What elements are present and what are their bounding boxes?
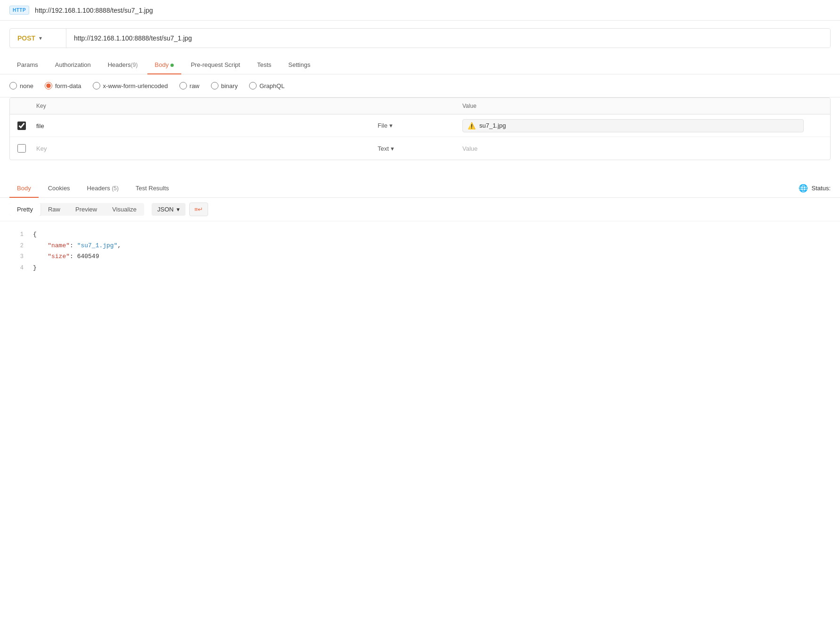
key-cell-2[interactable]	[36, 145, 378, 152]
key-input-2[interactable]	[36, 145, 378, 152]
response-tab-test-results[interactable]: Test Results	[128, 179, 177, 197]
body-active-dot	[170, 64, 174, 67]
code-content-3: "size": 640549	[33, 251, 831, 262]
key-header: Key	[36, 103, 378, 109]
tab-params[interactable]: Params	[9, 56, 46, 74]
table-header: Key Value	[10, 98, 830, 114]
key-input[interactable]	[36, 122, 378, 130]
format-tab-visualize[interactable]: Visualize	[105, 203, 144, 216]
type-select-2[interactable]: Text ▾	[378, 145, 462, 152]
response-toolbar: Pretty Raw Preview Visualize JSON ▾ ≡↵	[0, 198, 840, 221]
radio-graphql[interactable]: GraphQL	[249, 82, 284, 89]
chevron-down-icon: ▾	[39, 35, 42, 41]
request-tabs: Params Authorization Headers(9) Body Pre…	[0, 56, 840, 74]
request-bar: POST ▾	[9, 28, 831, 48]
form-table: Key Value File ▾ ⚠️ su7_1.jpg	[9, 97, 831, 160]
code-content-1: {	[33, 229, 831, 240]
file-name: su7_1.jpg	[479, 122, 506, 129]
method-select[interactable]: POST ▾	[10, 29, 66, 48]
status-label: Status:	[812, 185, 831, 192]
http-badge: HTTP	[9, 6, 29, 15]
response-tab-body[interactable]: Body	[9, 179, 39, 197]
type-label-2: Text	[378, 145, 389, 152]
key-cell[interactable]	[36, 122, 378, 130]
body-options: none form-data x-www-form-urlencoded raw…	[0, 74, 840, 97]
tab-authorization[interactable]: Authorization	[48, 56, 98, 74]
tab-pre-request[interactable]: Pre-request Script	[183, 56, 248, 74]
tab-body[interactable]: Body	[147, 56, 182, 74]
value-cell-2[interactable]	[462, 145, 804, 152]
value-header: Value	[462, 103, 804, 109]
value-input-2[interactable]	[462, 145, 804, 152]
table-row: File ▾ ⚠️ su7_1.jpg	[10, 114, 830, 137]
code-line-1: 1 {	[9, 229, 831, 240]
radio-binary[interactable]: binary	[211, 82, 238, 89]
spacer	[0, 160, 840, 179]
tab-settings[interactable]: Settings	[281, 56, 318, 74]
tab-headers[interactable]: Headers(9)	[100, 56, 145, 74]
code-line-2: 2 "name": "su7_1.jpg",	[9, 240, 831, 252]
warning-icon: ⚠️	[468, 122, 476, 130]
type-label: File	[378, 122, 388, 129]
row-checkbox-cell-2[interactable]	[17, 144, 36, 153]
code-line-3: 3 "size": 640549	[9, 251, 831, 262]
line-num-2: 2	[9, 241, 24, 252]
tab-tests[interactable]: Tests	[250, 56, 279, 74]
format-tab-preview[interactable]: Preview	[68, 203, 105, 216]
radio-urlencoded[interactable]: x-www-form-urlencoded	[93, 82, 168, 89]
response-tab-headers[interactable]: Headers (5)	[80, 179, 126, 197]
row-checkbox[interactable]	[17, 122, 26, 130]
format-tab-pretty[interactable]: Pretty	[9, 203, 40, 216]
radio-none[interactable]: none	[9, 82, 33, 89]
line-num-3: 3	[9, 252, 24, 262]
wrap-icon: ≡↵	[194, 206, 203, 213]
code-area: 1 { 2 "name": "su7_1.jpg", 3 "size": 640…	[0, 221, 840, 281]
value-cell: ⚠️ su7_1.jpg	[462, 119, 804, 132]
radio-form-data[interactable]: form-data	[45, 82, 81, 89]
code-content-4: }	[33, 262, 831, 273]
url-input[interactable]	[66, 29, 830, 48]
title-url: http://192.168.1.100:8888/test/su7_1.jpg	[35, 7, 153, 14]
type-select[interactable]: File ▾	[378, 122, 462, 129]
line-num-4: 4	[9, 263, 24, 274]
response-tab-cookies[interactable]: Cookies	[40, 179, 78, 197]
json-chevron-icon: ▾	[177, 206, 180, 213]
response-right: 🌐 Status:	[799, 184, 831, 193]
response-tabs: Body Cookies Headers (5) Test Results 🌐 …	[0, 179, 840, 198]
table-row: Text ▾	[10, 137, 830, 160]
json-format-label: JSON	[157, 206, 174, 213]
line-num-1: 1	[9, 230, 24, 240]
file-value-badge[interactable]: ⚠️ su7_1.jpg	[462, 119, 804, 132]
row-checkbox-cell[interactable]	[17, 122, 36, 130]
method-label: POST	[17, 34, 35, 42]
json-format-select[interactable]: JSON ▾	[152, 203, 186, 216]
type-chevron-icon-2: ▾	[391, 145, 394, 152]
title-bar: HTTP http://192.168.1.100:8888/test/su7_…	[0, 0, 840, 21]
format-tab-raw[interactable]: Raw	[40, 203, 68, 216]
radio-raw[interactable]: raw	[179, 82, 200, 89]
wrap-button[interactable]: ≡↵	[189, 203, 209, 216]
row-checkbox-2[interactable]	[17, 144, 26, 153]
type-chevron-icon: ▾	[389, 122, 393, 129]
code-content-2: "name": "su7_1.jpg",	[33, 240, 831, 251]
format-tabs: Pretty Raw Preview Visualize	[9, 203, 144, 216]
globe-icon[interactable]: 🌐	[799, 184, 808, 193]
code-line-4: 4 }	[9, 262, 831, 274]
